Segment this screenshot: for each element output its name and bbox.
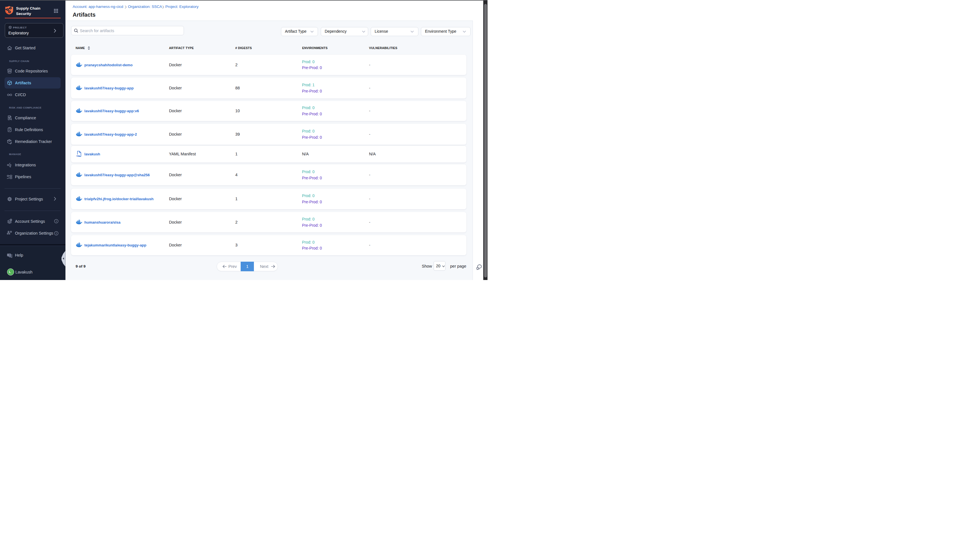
svg-text:?: ? — [9, 254, 10, 256]
svg-text:YML: YML — [76, 155, 81, 157]
